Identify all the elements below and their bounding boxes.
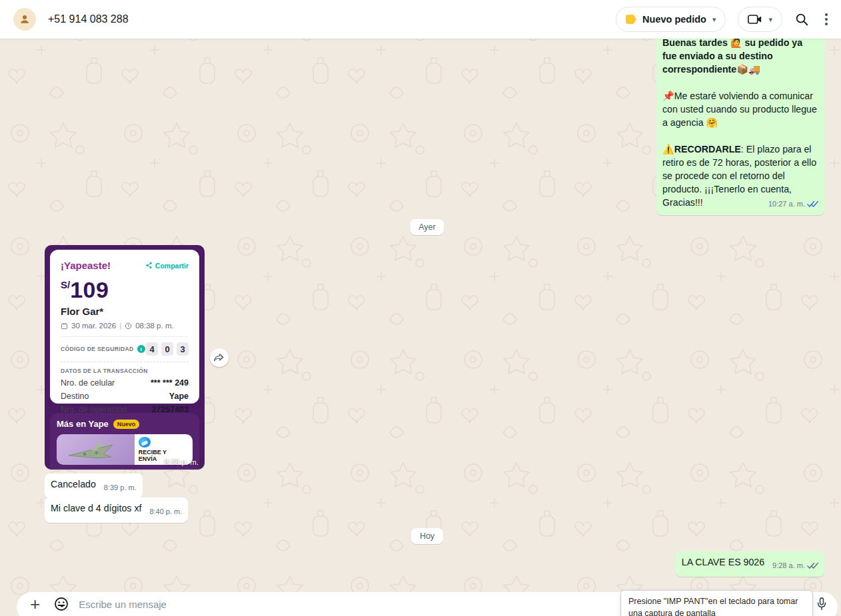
chevron-down-icon: ▾ xyxy=(712,15,716,24)
forward-message-button[interactable] xyxy=(210,348,229,367)
video-camera-icon xyxy=(748,14,762,25)
message-text: Cancelado xyxy=(51,479,96,489)
yape-pay-time: 08:38 p. m. xyxy=(135,322,174,330)
sticker-icon xyxy=(53,596,69,612)
message-meta: 10:27 a. m. xyxy=(768,197,818,210)
message-bubble-key-request[interactable]: Mi clave d 4 dígitos xf 8:40 p. m. xyxy=(45,497,188,523)
transaction-data-label: DATOS DE LA TRANSACCIÓN xyxy=(61,368,189,374)
security-digit: 0 xyxy=(161,342,173,356)
yape-receipt-card: ¡Yapeaste! Compartir S/109 Flor Gar* xyxy=(50,250,199,404)
yape-recipient: Flor Gar* xyxy=(61,306,189,317)
delivered-double-check-icon xyxy=(807,562,818,569)
security-digit: 4 xyxy=(146,342,158,356)
search-button[interactable] xyxy=(794,12,809,27)
chevron-down-icon: ▾ xyxy=(768,15,772,24)
forward-arrow-icon xyxy=(214,353,225,362)
yape-receipt-image[interactable]: ¡Yapeaste! Compartir S/109 Flor Gar* xyxy=(45,245,205,469)
info-icon[interactable]: i xyxy=(137,345,145,353)
message-text-warning: ⚠️RECORDARLE: El plazo para el retiro es… xyxy=(662,143,818,209)
sticker-emoji-button[interactable] xyxy=(53,596,69,612)
order-label-button[interactable]: Nuevo pedido ▾ xyxy=(616,7,726,32)
yape-app-icon xyxy=(139,437,151,448)
chat-header: +51 914 083 288 Nuevo pedido ▾ ▾ xyxy=(0,0,841,39)
message-time: 10:27 a. m. xyxy=(768,197,805,210)
message-bubble-key[interactable]: LA CLAVE ES 9026 9:28 a. m. xyxy=(676,551,824,577)
date-divider-yesterday: Ayer xyxy=(410,219,444,235)
order-label-text: Nuevo pedido xyxy=(642,14,706,25)
contact-phone-number[interactable]: +51 914 083 288 xyxy=(48,13,616,25)
transaction-row: DestinoYape xyxy=(61,392,189,401)
voice-message-button[interactable] xyxy=(815,597,828,611)
money-plane-image xyxy=(65,438,126,461)
search-icon xyxy=(794,12,809,27)
yape-date: 30 mar. 2026 xyxy=(71,322,116,330)
new-badge: Nuevo xyxy=(113,420,140,429)
message-bubble-cancelled[interactable]: Cancelado 8:39 p. m. xyxy=(45,473,143,499)
transaction-row: Nro. de celular*** *** 249 xyxy=(61,378,189,388)
microphone-icon xyxy=(815,597,828,611)
date-divider-today: Hoy xyxy=(411,528,443,544)
message-time: 8:40 p. m. xyxy=(149,505,182,518)
person-icon xyxy=(18,13,31,26)
share-icon xyxy=(145,262,153,269)
security-digit: 3 xyxy=(177,342,189,356)
message-time: 8:38 p. m. xyxy=(165,458,199,466)
message-text-bold: Buenas tardes 🙋 su pedido ya fue enviado… xyxy=(662,39,802,75)
security-code-digits: 4 0 3 xyxy=(146,342,189,356)
yape-title: ¡Yapeaste! xyxy=(61,260,111,271)
chat-message-area[interactable]: Buenas tardes 🙋 su pedido ya fue enviado… xyxy=(0,39,841,590)
yape-share-button[interactable]: Compartir xyxy=(145,262,189,270)
video-call-button[interactable]: ▾ xyxy=(738,7,782,32)
message-bubble-shipped[interactable]: Buenas tardes 🙋 su pedido ya fue enviado… xyxy=(656,39,824,215)
clock-icon xyxy=(125,322,132,330)
security-code-label: CÓDIGO DE SEGURIDAD xyxy=(61,346,134,352)
yape-share-label: Compartir xyxy=(155,262,189,270)
screenshot-tooltip: Presione "IMP PANT"en el teclado para to… xyxy=(620,590,813,616)
attach-plus-button[interactable]: + xyxy=(27,595,43,613)
contact-avatar[interactable] xyxy=(13,8,36,31)
yape-datetime: 30 mar. 2026 | 08:38 p. m. xyxy=(61,322,189,330)
label-tag-icon xyxy=(626,15,636,24)
message-bubble-yape-receipt[interactable]: ¡Yapeaste! Compartir S/109 Flor Gar* xyxy=(45,245,205,469)
yape-amount: S/109 xyxy=(61,277,189,303)
message-text: LA CLAVE ES 9026 xyxy=(682,557,764,567)
message-text: Mi clave d 4 dígitos xf xyxy=(51,503,141,513)
message-time: 9:28 a. m. xyxy=(772,559,805,572)
message-meta: 9:28 a. m. xyxy=(772,559,818,572)
message-text: 📌Me estaré volviendo a comunicar con ust… xyxy=(662,89,818,129)
composer-bar: + Presione "IMP PANT"en el teclado para … xyxy=(0,590,841,616)
read-double-check-icon xyxy=(807,200,818,208)
calendar-icon xyxy=(61,322,68,330)
menu-button[interactable] xyxy=(821,11,832,28)
message-time: 8:39 p. m. xyxy=(104,481,137,494)
yape-more-title: Más en Yape xyxy=(57,419,109,429)
